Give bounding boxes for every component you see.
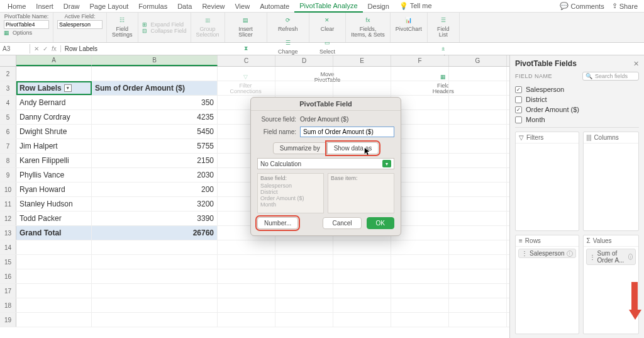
close-pane-icon[interactable]: ✕ (633, 60, 639, 68)
pivotchart-button[interactable]: 📊PivotChart (394, 14, 423, 33)
row-header[interactable]: 11 (0, 197, 16, 211)
table-row-value[interactable]: 350 (92, 96, 218, 110)
table-row-label[interactable]: Danny Cordray (16, 110, 92, 124)
table-row-value[interactable]: 3390 (92, 211, 218, 225)
table-row-value[interactable]: 2150 (92, 154, 218, 167)
table-row-value[interactable]: 5755 (92, 139, 218, 153)
checkbox-icon[interactable] (515, 116, 522, 123)
filters-area[interactable]: ▽Filters (515, 132, 579, 231)
number-format-button[interactable]: Number... (257, 217, 298, 229)
collapse-field-button[interactable]: ⊟Collapse Field (142, 28, 187, 34)
pivottable-name-input[interactable] (4, 20, 49, 29)
filter-dropdown-icon[interactable]: ▾ (64, 84, 72, 92)
tab-review[interactable]: Review (197, 1, 230, 12)
table-row-value[interactable]: 2030 (92, 168, 218, 182)
row-header[interactable]: 12 (0, 211, 16, 225)
grand-total-value[interactable]: 26760 (92, 226, 218, 240)
field-search-input[interactable]: 🔍Search fields (582, 72, 639, 81)
field-item[interactable]: Month (515, 116, 639, 123)
formula-input[interactable]: Row Labels (61, 44, 644, 54)
tab-automate[interactable]: Automate (255, 1, 294, 12)
tab-insert[interactable]: Insert (31, 1, 58, 12)
calculation-select[interactable]: No Calculation ▾ (257, 158, 394, 169)
table-row-label[interactable]: Ryan Howard (16, 183, 92, 196)
comments-button[interactable]: 💬Comments (556, 1, 608, 11)
group-selection-button[interactable]: ▦Group Selection (195, 14, 221, 38)
options-button[interactable]: ▦Options (4, 30, 49, 36)
table-row-label[interactable]: Phyllis Vance (16, 168, 92, 182)
fx-icon[interactable]: fx (52, 45, 57, 52)
field-settings-button[interactable]: ☷ Field Settings (111, 14, 134, 38)
info-icon[interactable]: i (628, 254, 633, 260)
row-header[interactable]: 15 (0, 255, 16, 269)
summarize-by-tab[interactable]: Summarize by (273, 142, 327, 154)
table-row-value[interactable]: 3200 (92, 197, 218, 211)
name-box[interactable]: A3 (0, 44, 30, 54)
table-row-label[interactable]: Andy Bernard (16, 96, 92, 110)
row-header[interactable]: 9 (0, 168, 16, 182)
table-row-label[interactable]: Karen Filippelli (16, 154, 92, 167)
table-row-label[interactable]: Stanley Hudson (16, 197, 92, 211)
pivot-row-labels-header[interactable]: Row Labels▾ (16, 81, 92, 95)
row-header[interactable]: 5 (0, 110, 16, 124)
tab-page-layout[interactable]: Page Layout (85, 1, 134, 12)
columns-area[interactable]: |||Columns (583, 132, 639, 231)
tab-design[interactable]: Design (363, 1, 394, 12)
table-row-label[interactable]: Jim Halpert (16, 139, 92, 153)
tab-draw[interactable]: Draw (58, 1, 85, 12)
expand-field-button[interactable]: ⊞Expand Field (142, 21, 187, 28)
checkbox-icon[interactable] (515, 86, 522, 93)
table-row-value[interactable]: 5450 (92, 125, 218, 138)
row-header[interactable]: 2 (0, 67, 16, 81)
table-row-value[interactable]: 4235 (92, 110, 218, 124)
row-header[interactable]: 14 (0, 240, 16, 254)
col-header-b[interactable]: B (92, 55, 218, 66)
field-item[interactable]: Salesperson (515, 86, 639, 93)
insert-slicer-button[interactable]: ▤Insert Slicer (229, 14, 263, 38)
col-header-f[interactable]: F (391, 55, 449, 66)
tab-formulas[interactable]: Formulas (133, 1, 172, 12)
show-data-as-tab[interactable]: Show data as (327, 142, 379, 154)
col-header-d[interactable]: D (275, 55, 333, 66)
info-icon[interactable]: i (567, 251, 573, 257)
fields-items-sets-button[interactable]: fxFields, Items, & Sets (350, 14, 386, 38)
ok-button[interactable]: OK (367, 217, 394, 229)
checkbox-icon[interactable] (515, 106, 522, 113)
share-button[interactable]: ⇪Share (608, 1, 641, 11)
row-header[interactable]: 6 (0, 125, 16, 138)
row-header[interactable]: 3 (0, 81, 16, 95)
row-header[interactable]: 13 (0, 226, 16, 240)
pivot-values-header[interactable]: Sum of Order Amount ($) (92, 81, 218, 95)
tab-home[interactable]: Home (3, 1, 31, 12)
checkbox-icon[interactable] (515, 96, 522, 103)
clear-button[interactable]: ✕Clear (313, 14, 342, 33)
table-row-label[interactable]: Todd Packer (16, 211, 92, 225)
grand-total-label[interactable]: Grand Total (16, 226, 92, 240)
spreadsheet-grid[interactable]: A B C D E F G 23Row Labels▾Sum of Order … (0, 55, 509, 338)
rows-area[interactable]: ≡Rows ⋮Salespersoni (515, 235, 579, 334)
col-header-g[interactable]: G (449, 55, 507, 66)
tab-data[interactable]: Data (172, 1, 197, 12)
col-header-c[interactable]: C (218, 55, 275, 66)
field-name-input[interactable] (300, 127, 394, 137)
row-header[interactable]: 10 (0, 183, 16, 196)
cancel-button[interactable]: Cancel (323, 217, 361, 229)
tab-pivottable-analyze[interactable]: PivotTable Analyze (294, 0, 362, 13)
row-header[interactable]: 7 (0, 139, 16, 153)
table-row-label[interactable]: Dwight Shrute (16, 125, 92, 138)
enter-formula-icon[interactable]: ✓ (43, 45, 48, 52)
field-item[interactable]: Order Amount ($) (515, 106, 639, 113)
field-list-button[interactable]: ☰Field List (431, 14, 455, 38)
row-header[interactable]: 19 (0, 313, 16, 327)
rows-pill-salesperson[interactable]: ⋮Salespersoni (518, 249, 576, 258)
active-field-input[interactable] (57, 20, 103, 29)
tab-view[interactable]: View (230, 1, 255, 12)
row-header[interactable]: 17 (0, 284, 16, 298)
row-header[interactable]: 4 (0, 96, 16, 110)
col-header-a[interactable]: A (16, 55, 92, 66)
row-header[interactable]: 16 (0, 269, 16, 283)
table-row-value[interactable]: 200 (92, 183, 218, 196)
values-pill-sum[interactable]: ⋮Sum of Order A...i (586, 249, 636, 265)
row-header[interactable]: 8 (0, 154, 16, 167)
col-header-e[interactable]: E (333, 55, 391, 66)
